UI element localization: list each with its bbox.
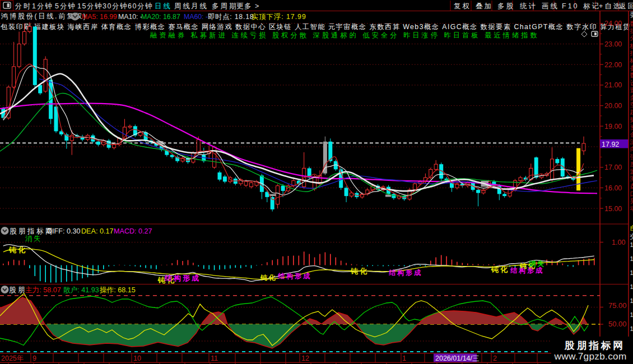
svg-text:动: 动 (630, 205, 633, 212)
svg-text:分时: 分时 (15, 2, 32, 10)
svg-text:2: 2 (493, 354, 497, 362)
svg-text:F10: F10 (562, 2, 579, 10)
svg-text:月线: 月线 (191, 2, 208, 10)
svg-text:DIFF: 0.30: DIFF: 0.30 (47, 227, 81, 235)
svg-text:15分钟: 15分钟 (77, 2, 103, 10)
svg-text:日线: 日线 (155, 2, 172, 10)
svg-text:21.00: 21.00 (604, 81, 622, 89)
svg-text:散户: 41.93: 散户: 41.93 (63, 286, 99, 294)
svg-text:MA5: 16.99: MA5: 16.99 (82, 13, 117, 21)
svg-text:钝化: 钝化 (8, 246, 27, 254)
svg-text:包装印刷 福建板块 海峡西岸 体育概念 博彩概念: 包装印刷 福建板块 海峡西岸 体育概念 博彩概念 赛马概念 网络游戏 数据中心 … (1, 23, 633, 31)
svg-text:DEA: 0.17: DEA: 0.17 (81, 227, 113, 235)
svg-text:主力: 58.07: 主力: 58.07 (25, 286, 61, 294)
svg-text:15.00: 15.00 (604, 205, 622, 213)
svg-text:MA20: 16.87: MA20: 16.87 (141, 13, 180, 21)
svg-text:空: 空 (630, 101, 633, 108)
svg-text:17.92: 17.92 (602, 141, 619, 148)
svg-text:结构形成: 结构形成 (277, 272, 311, 280)
svg-text:结构形成: 结构形成 (388, 269, 422, 277)
svg-text:2026/01/14/三: 2026/01/14/三 (435, 354, 480, 362)
svg-text:50.00: 50.00 (608, 320, 627, 328)
svg-text:融资融券 私募新进 连续亏损 股权分散 深股通标的 低安全分: 融资融券 私募新进 连续亏损 股权分散 深股通标的 低安全分 昨日涨停 昨日首板… (150, 31, 539, 39)
svg-text:23.00: 23.00 (604, 40, 622, 48)
svg-text:12: 12 (301, 354, 309, 362)
svg-text:24.00: 24.00 (604, 20, 622, 27)
svg-text:2025年: 2025年 (1, 354, 24, 362)
svg-text:标记: 标记 (583, 2, 601, 10)
svg-text:17.00: 17.00 (604, 164, 622, 171)
svg-text:交: 交 (630, 233, 633, 240)
svg-text:测: 测 (630, 175, 633, 182)
svg-text:多股: 多股 (497, 2, 515, 10)
svg-text:盘: 盘 (630, 183, 633, 189)
svg-text:MA60: -: MA60: - (184, 13, 208, 21)
svg-text:1: 1 (402, 354, 406, 362)
svg-text:1: 1 (630, 325, 633, 332)
svg-text:消失: 消失 (528, 260, 546, 268)
svg-text:19.00: 19.00 (604, 123, 622, 130)
svg-text:消失: 消失 (25, 235, 42, 242)
svg-text:资: 资 (630, 124, 633, 130)
svg-text:1: 1 (630, 297, 633, 304)
svg-text:设: 设 (630, 80, 633, 86)
svg-text:75.00: 75.00 (608, 301, 627, 310)
svg-text:10: 10 (133, 354, 141, 362)
svg-text:60分钟: 60分钟 (128, 2, 153, 10)
svg-text:参: 参 (630, 64, 633, 71)
svg-text:多: 多 (630, 94, 633, 101)
svg-text:金: 金 (630, 131, 633, 138)
svg-text:流: 流 (630, 138, 633, 145)
svg-text:分: 分 (630, 35, 633, 41)
svg-text:标: 标 (630, 57, 633, 64)
svg-text:强: 强 (630, 153, 633, 160)
svg-text:据: 据 (630, 27, 633, 34)
svg-text:委: 委 (630, 11, 633, 18)
svg-text:数: 数 (630, 20, 633, 27)
svg-text:多周期: 多周期 (212, 2, 238, 10)
svg-text:www.7gpzb.com: www.7gpzb.com (553, 351, 626, 362)
svg-text:操作: 68.15: 操作: 68.15 (99, 286, 136, 294)
svg-text:1: 1 (630, 241, 633, 248)
svg-text:指: 指 (630, 50, 633, 57)
svg-text:即时点: 18.18: 即时点: 18.18 (208, 13, 254, 21)
svg-text:9: 9 (32, 354, 36, 362)
svg-text:监: 监 (630, 168, 633, 175)
svg-text:实顶下浮: 17.99: 实顶下浮: 17.99 (252, 13, 306, 21)
svg-text:势: 势 (630, 116, 633, 123)
svg-text:MA10: -: MA10: - (118, 13, 142, 21)
svg-text:返回: 返回 (619, 2, 633, 10)
svg-text:画线: 画线 (542, 2, 559, 10)
svg-text:向: 向 (630, 146, 633, 152)
svg-text:1: 1 (630, 311, 633, 318)
svg-text:钝化: 钝化 (350, 267, 369, 276)
svg-text:1.00: 1.00 (612, 239, 625, 246)
svg-text:11: 11 (211, 354, 218, 362)
svg-text:数: 数 (630, 72, 633, 78)
svg-text:MACD: 0.27: MACD: 0.27 (114, 227, 152, 235)
svg-text:22.00: 22.00 (604, 61, 622, 69)
svg-text:更多 >: 更多 > (236, 2, 260, 10)
svg-text:置: 置 (630, 87, 633, 94)
svg-text:1: 1 (630, 269, 633, 276)
svg-text:统计: 统计 (520, 2, 537, 10)
svg-text:1分钟: 1分钟 (32, 2, 53, 10)
svg-text:析: 析 (630, 43, 633, 49)
svg-text:1: 1 (630, 283, 633, 290)
svg-text:股朋指标网: 股朋指标网 (564, 340, 625, 351)
svg-text:自: 自 (630, 225, 633, 231)
svg-text:1: 1 (630, 255, 633, 262)
svg-text:30分钟: 30分钟 (103, 2, 128, 10)
svg-text:趋: 趋 (630, 109, 633, 115)
svg-text:异: 异 (630, 198, 633, 204)
svg-text:叠加: 叠加 (476, 2, 493, 10)
svg-text:度: 度 (630, 161, 633, 167)
svg-text:16.00: 16.00 (604, 184, 622, 192)
svg-text:钝化: 钝化 (260, 274, 277, 282)
svg-text:口: 口 (630, 190, 633, 197)
svg-text:复权: 复权 (454, 2, 471, 10)
svg-text:钝化: 钝化 (491, 265, 509, 274)
svg-text:周线: 周线 (174, 2, 192, 10)
svg-text:股朋: 股朋 (9, 286, 27, 294)
svg-text:20.00: 20.00 (604, 102, 622, 110)
